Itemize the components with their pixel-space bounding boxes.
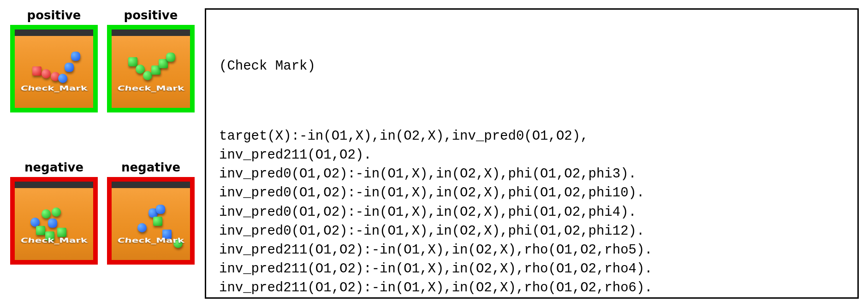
scene-object xyxy=(36,226,45,235)
tile-caption: Check_Mark xyxy=(112,236,190,244)
figure-root: positive Check_Mark positive xyxy=(0,0,868,307)
tile-caption: Check_Mark xyxy=(112,84,190,92)
scene-object xyxy=(52,207,61,217)
example-negative-2: negative Check_Mark xyxy=(107,160,195,299)
example-positive-2: positive Check_Mark xyxy=(107,8,195,147)
scene-object xyxy=(65,63,74,72)
tile-caption: Check_Mark xyxy=(15,236,93,244)
example-label: positive xyxy=(27,8,81,22)
code-body: target(X):-in(O1,X),in(O2,X),inv_pred0(O… xyxy=(219,127,844,299)
example-label: negative xyxy=(121,160,180,174)
code-line: inv_pred211(O1,O2):-in(O1,X),in(O2,X),rh… xyxy=(219,241,844,260)
scene-object xyxy=(42,69,51,78)
example-label: positive xyxy=(124,8,178,22)
scene-object xyxy=(30,218,40,227)
scene-object xyxy=(32,66,42,76)
tile-caption: Check_Mark xyxy=(15,84,93,92)
scene-object xyxy=(58,74,67,83)
scene-object xyxy=(128,57,137,66)
code-line: inv_pred211(O1,O2):-in(O1,X),in(O2,X),rh… xyxy=(219,297,844,299)
rendered-table xyxy=(107,188,195,265)
code-panel: (Check Mark) target(X):-in(O1,X),in(O2,X… xyxy=(205,8,859,299)
examples-grid: positive Check_Mark positive xyxy=(10,8,195,299)
code-line: inv_pred0(O1,O2):-in(O1,X),in(O2,X),phi(… xyxy=(219,183,844,202)
scene-object xyxy=(57,228,66,237)
code-line: inv_pred0(O1,O2):-in(O1,X),in(O2,X),phi(… xyxy=(219,222,844,241)
example-positive-1: positive Check_Mark xyxy=(10,8,98,147)
scene-object xyxy=(166,53,175,62)
scene-object xyxy=(71,52,80,61)
example-label: negative xyxy=(24,160,83,174)
example-tile: Check_Mark xyxy=(10,177,98,265)
scene-object xyxy=(156,205,165,214)
code-line: inv_pred211(O1,O2). xyxy=(219,146,844,165)
code-line: inv_pred0(O1,O2):-in(O1,X),in(O2,X),phi(… xyxy=(219,203,844,222)
scene-object xyxy=(48,218,57,228)
code-line: inv_pred211(O1,O2):-in(O1,X),in(O2,X),rh… xyxy=(219,278,844,297)
scene-object xyxy=(153,217,162,226)
code-line: inv_pred211(O1,O2):-in(O1,X),in(O2,X),rh… xyxy=(219,260,844,278)
example-tile: Check_Mark xyxy=(107,25,195,112)
code-title: (Check Mark) xyxy=(219,57,844,76)
scene-object xyxy=(137,223,147,232)
example-negative-1: negative Check_Mark xyxy=(10,160,98,299)
example-tile: Check_Mark xyxy=(10,25,98,112)
example-tile: Check_Mark xyxy=(107,177,195,265)
code-line: inv_pred0(O1,O2):-in(O1,X),in(O2,X),phi(… xyxy=(219,165,844,183)
scene-object xyxy=(143,71,152,80)
scene-object xyxy=(42,209,51,218)
code-line: target(X):-in(O1,X),in(O2,X),inv_pred0(O… xyxy=(219,127,844,146)
